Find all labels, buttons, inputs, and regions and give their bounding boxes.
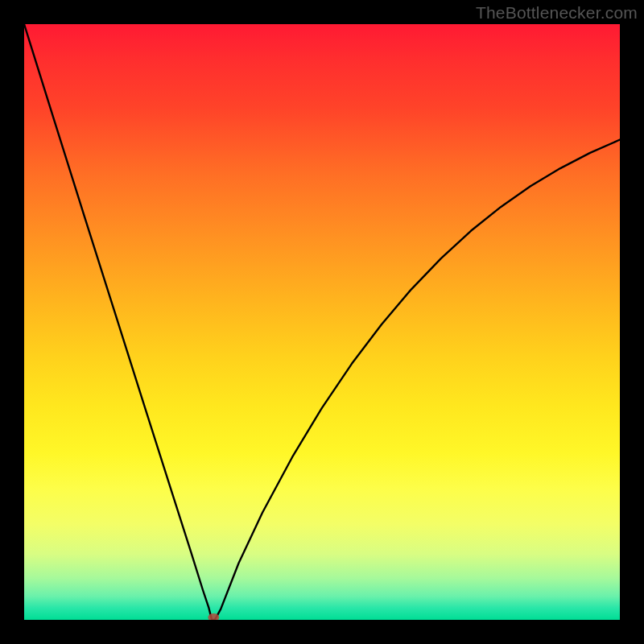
bottleneck-curve <box>24 24 620 620</box>
plot-area <box>24 24 620 620</box>
chart-stage: TheBottlenecker.com <box>0 0 644 644</box>
watermark-label: TheBottlenecker.com <box>476 3 638 23</box>
curve-layer <box>24 24 620 620</box>
